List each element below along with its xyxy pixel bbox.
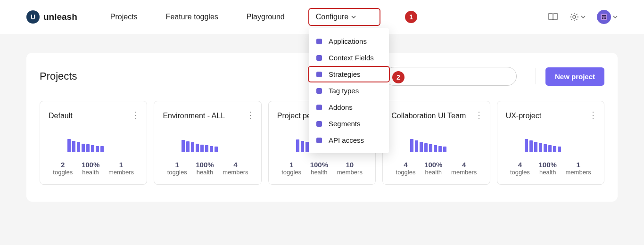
primary-nav: Projects Feature toggles Playground Conf… [106,8,417,26]
gear-icon [570,12,579,22]
project-stats: 4toggles 100%health 1members [506,161,595,176]
nav-feature-toggles[interactable]: Feature toggles [161,10,223,24]
kebab-icon[interactable]: ⋮ [475,111,483,119]
sparkline [410,138,481,152]
stat-members-label: members [108,169,134,176]
project-card[interactable]: Collaboration UI Team ⋮ 4toggles 100%hea… [382,101,490,185]
project-card[interactable]: UX-project ⋮ 4toggles 100%health 1member… [497,101,604,185]
user-menu[interactable] [597,10,618,24]
settings-menu[interactable] [570,12,586,22]
dropdown-context-fields[interactable]: Context Fields [309,49,389,66]
dropdown-tag-types[interactable]: Tag types [309,82,389,99]
square-icon [316,105,322,110]
dropdown-label: Applications [329,37,367,45]
nav-configure-label: Configure [316,13,348,21]
stat-members-value: 10 [337,161,363,169]
stat-members-label: members [337,169,363,176]
dropdown-segments[interactable]: Segments [309,115,389,132]
topbar: U unleash Projects Feature toggles Playg… [0,0,644,34]
svg-rect-1 [601,14,607,20]
stat-health-value: 100% [310,161,328,169]
nav-playground[interactable]: Playground [242,10,289,24]
project-card-title: Environment - ALL [163,112,252,132]
square-icon [316,72,322,77]
topbar-right [548,10,618,24]
svg-rect-4 [604,17,606,19]
project-stats: 2toggles 100%health 1members [49,161,138,176]
project-card-title: Default [49,112,138,132]
stat-toggles-value: 4 [510,161,530,169]
dropdown-api-access[interactable]: API access [309,132,389,148]
dropdown-applications[interactable]: Applications [309,33,389,49]
stat-health-value: 100% [82,161,99,169]
sparkline [67,138,138,152]
dropdown-label: API access [329,136,364,144]
square-icon [316,138,322,143]
project-stats: 1toggles 100%health 10members [277,161,367,176]
svg-rect-3 [602,17,603,19]
square-icon [316,55,322,61]
stat-members-label: members [451,169,477,176]
annotation-marker-2: 2 [392,71,405,83]
chevron-down-icon [581,15,586,19]
svg-point-0 [573,16,576,18]
annotation-marker-1: 1 [405,11,417,23]
square-icon [316,88,322,94]
avatar [597,10,611,24]
project-card[interactable]: Environment - ALL ⋮ 1toggles 100%health … [154,101,261,185]
stat-members-value: 1 [566,161,591,169]
page-title: Projects [40,70,77,82]
project-card-title: Collaboration UI Team [391,112,481,132]
logo[interactable]: U unleash [26,10,77,24]
stat-health-label: health [196,169,214,176]
stat-toggles-value: 4 [396,161,416,169]
kebab-icon[interactable]: ⋮ [246,111,255,119]
dropdown-label: Tag types [329,87,359,95]
stat-toggles-label: toggles [396,169,416,176]
stat-toggles-value: 1 [167,161,187,169]
dropdown-label: Addons [329,103,353,111]
divider [536,68,536,84]
svg-rect-2 [602,15,606,16]
project-card[interactable]: Default ⋮ 2toggles 100%health 1members [40,101,147,185]
nav-projects[interactable]: Projects [106,10,142,24]
stat-toggles-label: toggles [53,169,73,176]
chevron-down-icon [613,15,618,19]
new-project-button[interactable]: New project [545,67,604,86]
configure-dropdown: Applications Context Fields Strategies T… [309,28,389,153]
dropdown-label: Context Fields [329,54,374,62]
stat-toggles-value: 2 [53,161,73,169]
square-icon [316,39,322,44]
chevron-down-icon [351,15,356,19]
stat-health-label: health [310,169,328,176]
square-icon [316,121,322,127]
logo-mark-icon: U [26,10,40,24]
stat-members-value: 4 [451,161,477,169]
logo-text: unleash [43,12,77,22]
stat-toggles-label: toggles [510,169,530,176]
kebab-icon[interactable]: ⋮ [589,111,597,119]
stat-health-value: 100% [424,161,442,169]
stat-members-value: 1 [108,161,134,169]
stat-toggles-label: toggles [281,169,301,176]
sparkline [182,138,252,152]
annotation-marker-2-wrap: 2 [392,71,405,83]
stat-health-value: 100% [196,161,214,169]
dropdown-label: Strategies [329,70,361,78]
stat-health-label: health [424,169,442,176]
stat-health-label: health [539,169,557,176]
kebab-icon[interactable]: ⋮ [132,111,140,119]
stat-members-value: 4 [223,161,248,169]
stat-toggles-value: 1 [281,161,301,169]
project-stats: 1toggles 100%health 4members [163,161,252,176]
stat-health-label: health [82,169,99,176]
stat-members-label: members [223,169,248,176]
dropdown-label: Segments [329,120,361,128]
sparkline [525,138,595,152]
nav-configure[interactable]: Configure [308,8,380,26]
dropdown-strategies[interactable]: Strategies [308,66,390,82]
stat-health-value: 100% [539,161,557,169]
docs-icon[interactable] [548,13,558,21]
stat-members-label: members [566,169,591,176]
dropdown-addons[interactable]: Addons [309,99,389,115]
